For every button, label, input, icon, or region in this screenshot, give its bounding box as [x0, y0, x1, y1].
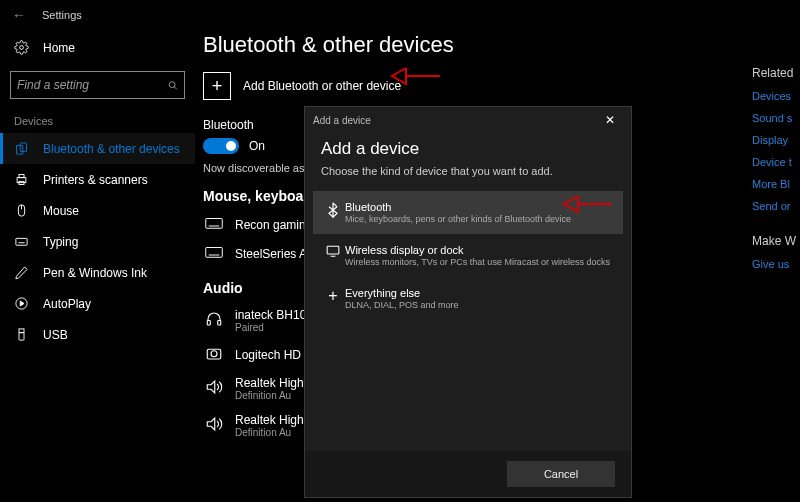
sidebar-item-label: USB: [43, 328, 68, 342]
speaker-icon: [205, 415, 223, 433]
mouse-icon: [14, 203, 29, 218]
device-name: inateck BH100: [235, 308, 313, 322]
related-link[interactable]: Devices: [752, 90, 800, 102]
svg-rect-4: [20, 143, 26, 152]
svg-rect-10: [16, 238, 27, 245]
usb-icon: [14, 327, 29, 342]
svg-rect-5: [17, 178, 26, 183]
sidebar-item-mouse[interactable]: Mouse: [0, 195, 195, 226]
keyboard-icon: [14, 234, 29, 249]
option-name: Bluetooth: [345, 201, 571, 213]
add-device-button[interactable]: + Add Bluetooth or other device: [203, 72, 744, 100]
keyboard-icon: [205, 216, 223, 230]
device-name: Recon gaming: [235, 218, 312, 232]
option-name: Wireless display or dock: [345, 244, 610, 256]
sidebar-item-pen[interactable]: Pen & Windows Ink: [0, 257, 195, 288]
svg-marker-13: [20, 301, 24, 306]
sidebar-item-label: Pen & Windows Ink: [43, 266, 147, 280]
headset-icon: [205, 310, 223, 328]
svg-rect-15: [19, 333, 24, 341]
svg-point-1: [169, 81, 175, 87]
titlebar: ← Settings: [0, 0, 800, 30]
svg-point-0: [20, 46, 24, 50]
device-name: Realtek High: [235, 413, 304, 427]
device-name: Realtek High: [235, 376, 304, 390]
add-device-label: Add Bluetooth or other device: [243, 79, 401, 93]
sidebar-item-label: Bluetooth & other devices: [43, 142, 180, 156]
bluetooth-icon: [327, 202, 339, 218]
sidebar-heading: Devices: [0, 115, 195, 133]
dialog-heading: Add a device: [321, 139, 615, 159]
home-label: Home: [43, 41, 75, 55]
svg-rect-18: [206, 248, 223, 258]
back-icon[interactable]: ←: [12, 7, 32, 23]
svg-rect-3: [17, 145, 23, 154]
dialog-option-wireless[interactable]: Wireless display or dockWireless monitor…: [313, 234, 623, 277]
related-heading: Related: [752, 66, 800, 80]
device-sub: Definition Au: [235, 390, 304, 401]
feedback-link[interactable]: Give us: [752, 258, 800, 270]
svg-rect-26: [327, 246, 339, 254]
add-device-dialog: Add a device ✕ Add a device Choose the k…: [304, 106, 632, 498]
svg-rect-21: [218, 321, 221, 326]
right-column: Related Devices Sound s Display Device t…: [752, 30, 800, 502]
app-title: Settings: [42, 9, 82, 21]
svg-line-2: [174, 86, 177, 89]
search-field[interactable]: [17, 78, 168, 92]
bluetooth-toggle[interactable]: [203, 138, 239, 154]
sidebar-item-usb[interactable]: USB: [0, 319, 195, 350]
search-icon: [168, 79, 178, 92]
feedback-heading: Make W: [752, 234, 800, 248]
sidebar-item-typing[interactable]: Typing: [0, 226, 195, 257]
camera-icon: [205, 345, 223, 361]
sidebar-item-label: Printers & scanners: [43, 173, 148, 187]
autoplay-icon: [14, 296, 29, 311]
keyboard-icon: [205, 245, 223, 259]
plus-icon: +: [203, 72, 231, 100]
speaker-icon: [205, 378, 223, 396]
sidebar: Home Devices Bluetooth & other devices P…: [0, 30, 195, 502]
device-name: Logitech HD: [235, 348, 301, 362]
home-button[interactable]: Home: [0, 34, 195, 61]
svg-rect-20: [207, 321, 210, 326]
related-link[interactable]: Send or: [752, 200, 800, 212]
svg-rect-16: [206, 219, 223, 229]
option-name: Everything else: [345, 287, 459, 299]
sidebar-item-printers[interactable]: Printers & scanners: [0, 164, 195, 195]
option-sub: DLNA, DIAL, POS and more: [345, 300, 459, 310]
dialog-option-bluetooth[interactable]: BluetoothMice, keyboards, pens or other …: [313, 191, 623, 234]
svg-marker-25: [207, 418, 215, 430]
gear-icon: [14, 40, 29, 55]
option-sub: Mice, keyboards, pens or other kinds of …: [345, 214, 571, 224]
dialog-titlebar-text: Add a device: [313, 115, 371, 126]
option-sub: Wireless monitors, TVs or PCs that use M…: [345, 257, 610, 267]
plus-icon: +: [328, 288, 337, 304]
device-sub: Paired: [235, 322, 313, 333]
dialog-titlebar: Add a device ✕: [305, 107, 631, 133]
cancel-button[interactable]: Cancel: [507, 461, 615, 487]
page-title: Bluetooth & other devices: [203, 32, 744, 58]
close-icon[interactable]: ✕: [597, 113, 623, 127]
dialog-footer: Cancel: [305, 451, 631, 497]
sidebar-item-autoplay[interactable]: AutoPlay: [0, 288, 195, 319]
related-link[interactable]: Sound s: [752, 112, 800, 124]
device-sub: Definition Au: [235, 427, 304, 438]
svg-rect-6: [19, 175, 24, 178]
related-link[interactable]: More Bl: [752, 178, 800, 190]
related-link[interactable]: Display: [752, 134, 800, 146]
dialog-option-everything[interactable]: + Everything elseDLNA, DIAL, POS and mor…: [313, 277, 623, 320]
related-link[interactable]: Device t: [752, 156, 800, 168]
bluetooth-state: On: [249, 139, 265, 153]
pen-icon: [14, 265, 29, 280]
dialog-subtext: Choose the kind of device that you want …: [321, 165, 615, 177]
device-name: SteelSeries Ap: [235, 247, 314, 261]
search-input[interactable]: [10, 71, 185, 99]
svg-rect-14: [19, 329, 24, 333]
monitor-icon: [326, 245, 340, 257]
sidebar-item-label: Typing: [43, 235, 78, 249]
svg-marker-24: [207, 381, 215, 393]
sidebar-item-label: AutoPlay: [43, 297, 91, 311]
svg-point-23: [211, 351, 217, 357]
printer-icon: [14, 172, 29, 187]
sidebar-item-bluetooth[interactable]: Bluetooth & other devices: [0, 133, 195, 164]
